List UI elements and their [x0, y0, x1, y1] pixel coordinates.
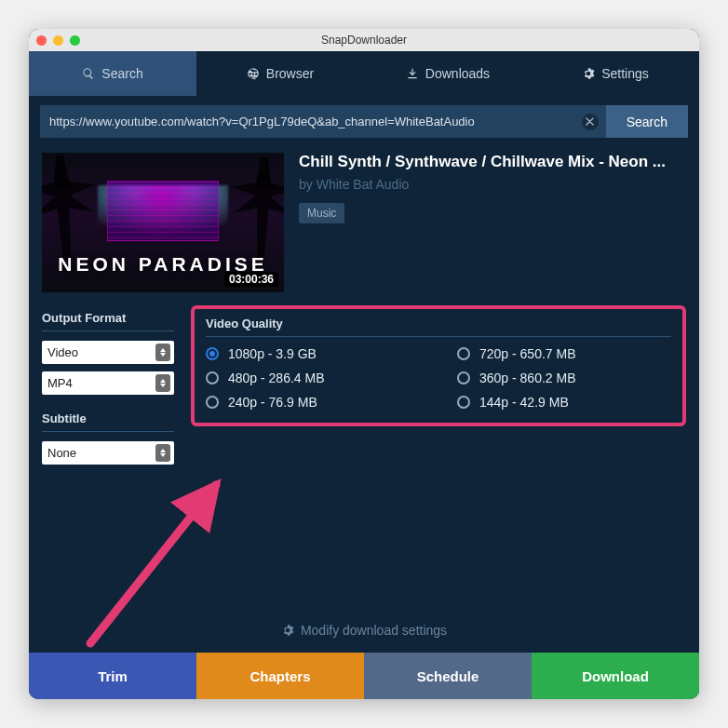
app-window: SnapDownloader Search Browser Downloads … — [29, 29, 699, 699]
video-quality-label: Video Quality — [206, 317, 671, 337]
subtitle-select[interactable]: None — [42, 441, 174, 465]
video-author: by White Bat Audio — [299, 177, 686, 192]
output-container-select[interactable]: MP4 — [42, 371, 174, 395]
radio-icon — [206, 396, 219, 409]
main-tabs: Search Browser Downloads Settings — [29, 51, 699, 96]
radio-icon — [206, 371, 219, 384]
tab-label: Downloads — [425, 66, 490, 81]
quality-option-240p[interactable]: 240p - 76.9 MB — [206, 395, 420, 410]
output-format-label: Output Format — [42, 311, 174, 331]
tab-downloads[interactable]: Downloads — [364, 51, 532, 96]
quality-option-144p[interactable]: 144p - 42.9 MB — [457, 395, 671, 410]
search-icon — [82, 67, 95, 80]
video-thumbnail[interactable]: NEON PARADISE 03:00:36 — [42, 153, 284, 292]
quality-text: 720p - 650.7 MB — [479, 346, 576, 361]
quality-option-480p[interactable]: 480p - 286.4 MB — [206, 371, 420, 385]
radio-icon — [457, 396, 470, 409]
subtitle-label: Subtitle — [42, 411, 174, 432]
video-row: NEON PARADISE 03:00:36 Chill Synth / Syn… — [42, 153, 686, 292]
settings-row: Output Format Video MP4 Subtitle None — [42, 311, 686, 472]
video-info: Chill Synth / Synthwave / Chillwave Mix … — [299, 153, 686, 292]
quality-option-1080p[interactable]: 1080p - 3.9 GB — [206, 346, 420, 361]
download-button[interactable]: Download — [532, 653, 699, 699]
gear-icon — [582, 67, 595, 80]
quality-text: 360p - 860.2 MB — [479, 371, 576, 385]
video-title: Chill Synth / Synthwave / Chillwave Mix … — [299, 153, 686, 171]
left-column: Output Format Video MP4 Subtitle None — [42, 311, 174, 472]
radio-icon — [457, 371, 470, 384]
download-icon — [406, 67, 419, 80]
trim-button[interactable]: Trim — [29, 653, 196, 699]
clear-url-button[interactable] — [582, 114, 599, 130]
titlebar: SnapDownloader — [29, 29, 699, 51]
content-area: NEON PARADISE 03:00:36 Chill Synth / Syn… — [29, 138, 699, 653]
quality-options: 1080p - 3.9 GB 720p - 650.7 MB 480p - 28… — [206, 346, 671, 410]
quality-text: 240p - 76.9 MB — [228, 395, 317, 410]
search-row: Search — [40, 105, 688, 138]
schedule-button[interactable]: Schedule — [364, 653, 532, 699]
quality-text: 1080p - 3.9 GB — [228, 346, 317, 361]
quality-text: 480p - 286.4 MB — [228, 371, 325, 385]
modify-link-text: Modify download settings — [301, 623, 447, 638]
action-bar: Trim Chapters Schedule Download — [29, 653, 699, 699]
tab-settings[interactable]: Settings — [532, 51, 699, 96]
url-input[interactable] — [40, 105, 606, 138]
quality-highlight-box: Video Quality 1080p - 3.9 GB 720p - 650.… — [191, 305, 686, 426]
output-type-select[interactable]: Video — [42, 341, 174, 364]
modify-download-settings-link[interactable]: Modify download settings — [42, 599, 686, 653]
quality-option-360p[interactable]: 360p - 860.2 MB — [457, 371, 671, 385]
tab-search[interactable]: Search — [29, 51, 196, 96]
video-tag[interactable]: Music — [299, 203, 344, 223]
close-icon — [586, 117, 594, 126]
tab-label: Settings — [601, 66, 649, 81]
right-column: Video Quality 1080p - 3.9 GB 720p - 650.… — [191, 311, 686, 472]
search-button[interactable]: Search — [606, 105, 688, 138]
tab-browser[interactable]: Browser — [196, 51, 364, 96]
tab-label: Browser — [266, 66, 314, 81]
radio-icon — [206, 347, 219, 360]
radio-icon — [457, 347, 470, 360]
globe-icon — [247, 67, 260, 80]
video-duration: 03:00:36 — [224, 272, 278, 287]
app-title: SnapDownloader — [29, 34, 699, 47]
gear-icon — [281, 624, 294, 637]
tab-label: Search — [101, 66, 142, 81]
quality-option-720p[interactable]: 720p - 650.7 MB — [457, 346, 671, 361]
quality-text: 144p - 42.9 MB — [479, 395, 569, 410]
chapters-button[interactable]: Chapters — [196, 653, 364, 699]
